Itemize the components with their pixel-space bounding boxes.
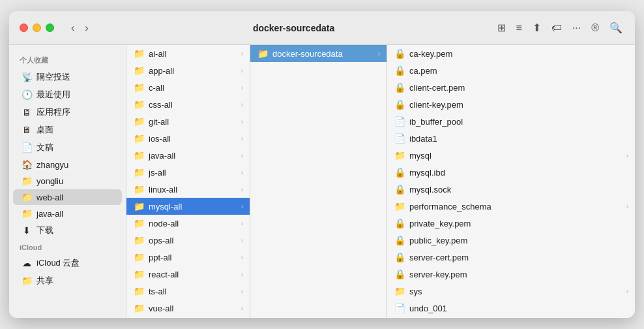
maximize-button[interactable] <box>46 24 54 32</box>
badge-icon[interactable]: ® <box>589 20 601 36</box>
home-icon: 🏠 <box>21 159 33 170</box>
list-item[interactable]: 🔒mysql.ibd <box>387 164 635 181</box>
sidebar-item-apps[interactable]: 🖥 应用程序 <box>13 104 122 121</box>
main-content: 个人收藏 📡 隔空投送 🕐 最近使用 🖥 应用程序 🖥 桌面 📄 文稿 <box>9 45 635 318</box>
lock-file-icon: 🔒 <box>394 218 405 228</box>
list-item[interactable]: 📁java-all› <box>126 147 250 164</box>
list-item[interactable]: 📁react-all› <box>126 266 250 283</box>
folder-icon: 📁 <box>21 192 33 202</box>
list-item[interactable]: 🔒client-cert.pem <box>387 79 635 96</box>
list-item[interactable]: 📁ai-all› <box>126 45 250 62</box>
folder-icon: 📁 <box>133 286 145 296</box>
close-button[interactable] <box>20 24 28 32</box>
list-item[interactable]: 📁webpack-all› <box>126 317 250 318</box>
view-icon[interactable]: ⊞ <box>495 20 508 36</box>
folder-icon: 📁 <box>133 150 145 161</box>
back-button[interactable]: ‹ <box>67 21 78 35</box>
folder-icon: 📁 <box>394 150 405 161</box>
sidebar-item-desktop[interactable]: 🖥 桌面 <box>13 121 122 138</box>
sidebar-item-shared[interactable]: 📁 共享 <box>13 272 122 289</box>
sidebar-item-label: yongliu <box>37 176 63 186</box>
list-item[interactable]: 📁c-all› <box>126 79 250 96</box>
sidebar-item-docs[interactable]: 📄 文稿 <box>13 139 122 156</box>
lock-file-icon: 🔒 <box>394 99 405 110</box>
list-item[interactable]: 🔒server-cert.pem <box>387 249 635 266</box>
list-item[interactable]: 📁node-all› <box>126 215 250 232</box>
lock-file-icon: 🔒 <box>394 252 405 262</box>
tag-icon[interactable]: 🏷 <box>549 20 564 36</box>
sidebar-item-label: java-all <box>37 209 63 219</box>
search-icon[interactable]: 🔍 <box>607 20 624 36</box>
sidebar-section-personal: 个人收藏 <box>9 52 126 68</box>
file-icon: 📄 <box>394 116 405 127</box>
list-item[interactable]: 📁 docker-sourcedata › <box>250 45 387 62</box>
toolbar-right: ⊞ ≡ ⬆ 🏷 ··· ® 🔍 <box>495 20 624 36</box>
column-2: 📁 docker-sourcedata › <box>250 45 387 318</box>
list-item[interactable]: 🔒ca.pem <box>387 62 635 79</box>
airdrop-icon: 📡 <box>21 72 33 82</box>
docs-icon: 📄 <box>21 142 33 153</box>
list-item[interactable]: 📁app-all› <box>126 62 250 79</box>
list-item[interactable]: 📄undo_002 <box>387 317 635 318</box>
list-item[interactable]: 📁performance_schema› <box>387 198 635 215</box>
folder-icon: 📁 <box>133 201 145 212</box>
list-item[interactable]: 📁mysql-all› <box>126 198 250 215</box>
share-icon[interactable]: ⬆ <box>531 20 543 36</box>
sidebar-item-label: 文稿 <box>37 142 53 153</box>
sidebar-item-icloud[interactable]: ☁ iCloud 云盘 <box>13 255 122 272</box>
download-icon: ⬇ <box>21 225 33 236</box>
sidebar-item-label: 隔空投送 <box>37 71 70 83</box>
list-item[interactable]: 📁ts-all› <box>126 283 250 300</box>
shared-icon: 📁 <box>21 275 33 286</box>
list-item[interactable]: 📄ib_buffer_pool <box>387 113 635 130</box>
sidebar-item-java-all[interactable]: 📁 java-all <box>13 206 122 221</box>
list-item[interactable]: 📁vue-all› <box>126 300 250 317</box>
folder-icon: 📁 <box>133 167 145 178</box>
cloud-icon: ☁ <box>21 258 33 268</box>
minimize-button[interactable] <box>33 24 41 32</box>
list-item[interactable]: 🔒client-key.pem <box>387 96 635 113</box>
sidebar-item-recents[interactable]: 🕐 最近使用 <box>13 86 122 103</box>
apps-icon: 🖥 <box>21 107 33 118</box>
sidebar: 个人收藏 📡 隔空投送 🕐 最近使用 🖥 应用程序 🖥 桌面 📄 文稿 <box>9 45 126 318</box>
sidebar-item-zhangyu[interactable]: 🏠 zhangyu <box>13 157 122 172</box>
desktop-icon: 🖥 <box>21 125 33 135</box>
list-item[interactable]: 📁css-all› <box>126 96 250 113</box>
window-title: docker-sourcedata <box>253 23 334 33</box>
more-icon[interactable]: ··· <box>570 20 583 36</box>
lock-file-icon: 🔒 <box>394 235 405 245</box>
list-item[interactable]: 🔒mysql.sock <box>387 181 635 198</box>
list-item[interactable]: 📄undo_001 <box>387 300 635 317</box>
lock-file-icon: 🔒 <box>394 269 405 279</box>
list-item[interactable]: 📁git-all› <box>126 113 250 130</box>
folder-icon: 📁 <box>133 99 145 110</box>
forward-button[interactable]: › <box>81 21 92 35</box>
sidebar-item-yongliu[interactable]: 📁 yongliu <box>13 173 122 189</box>
list-item[interactable]: 🔒private_key.pem <box>387 215 635 232</box>
sidebar-item-airdrop[interactable]: 📡 隔空投送 <box>13 69 122 86</box>
list-item[interactable]: 📁sys› <box>387 283 635 300</box>
sidebar-item-label: web-all <box>37 193 63 202</box>
list-item[interactable]: 📁js-all› <box>126 164 250 181</box>
list-item[interactable]: 🔒public_key.pem <box>387 232 635 249</box>
file-icon: 📄 <box>394 133 405 144</box>
folder-icon: 📁 <box>133 184 145 195</box>
sort-icon[interactable]: ≡ <box>514 20 524 36</box>
column-1: 📁ai-all› 📁app-all› 📁c-all› 📁css-all› 📁gi… <box>126 45 250 318</box>
list-item[interactable]: 🔒ca-key.pem <box>387 45 635 62</box>
sidebar-item-label: 下载 <box>37 225 53 236</box>
list-item[interactable]: 🔒server-key.pem <box>387 266 635 283</box>
recents-icon: 🕐 <box>21 89 33 100</box>
list-item[interactable]: 📁linux-all› <box>126 181 250 198</box>
list-item[interactable]: 📁mysql› <box>387 147 635 164</box>
list-item[interactable]: 📁ios-all› <box>126 130 250 147</box>
list-item[interactable]: 📁ops-all› <box>126 232 250 249</box>
sidebar-item-web-all[interactable]: 📁 web-all <box>13 189 122 205</box>
folder-icon: 📁 <box>133 65 145 76</box>
folder-icon: 📁 <box>394 286 405 296</box>
sidebar-item-label: 最近使用 <box>37 89 70 101</box>
sidebar-item-label: iCloud 云盘 <box>37 257 80 269</box>
list-item[interactable]: 📄ibdata1 <box>387 130 635 147</box>
sidebar-item-downloads[interactable]: ⬇ 下载 <box>13 222 122 239</box>
list-item[interactable]: 📁ppt-all› <box>126 249 250 266</box>
